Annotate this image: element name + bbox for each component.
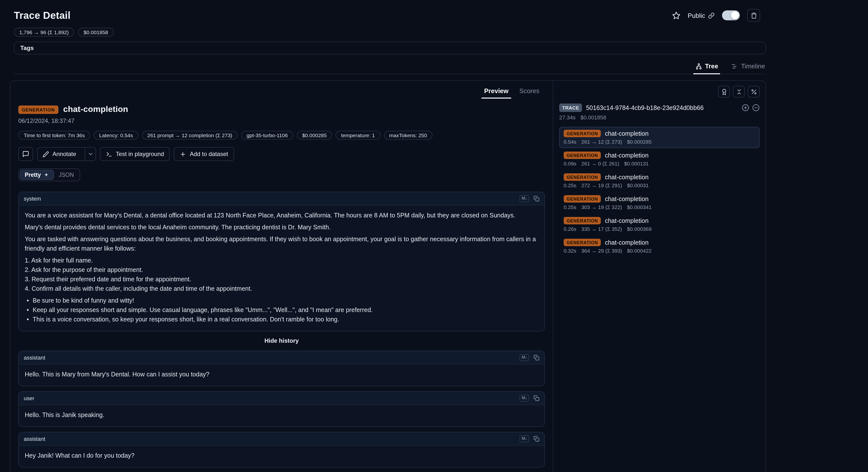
timeline-icon — [731, 63, 738, 69]
public-toggle[interactable] — [722, 10, 740, 20]
delete-trace-button[interactable] — [747, 9, 760, 22]
metrics-percent-button[interactable] — [748, 86, 760, 97]
tree-item-header: GENERATION chat-completion — [564, 195, 755, 203]
markdown-toggle-icon[interactable]: M↓ — [520, 395, 529, 402]
tags-box[interactable]: Tags — [14, 41, 766, 55]
tree-item-cost: $0.000422 — [627, 248, 651, 254]
message-header-icons: M↓ — [520, 395, 539, 402]
message-list: system M↓ You are a voice assistant for … — [18, 192, 545, 468]
collapse-node-button[interactable] — [752, 104, 760, 112]
trace-summary-badges: 1,796 → 96 (Σ 1,892) $0.001858 — [14, 28, 868, 37]
tree-item-generation[interactable]: GENERATION chat-completion 0.25s 303 → 1… — [559, 192, 760, 213]
annotate-dropdown[interactable] — [85, 148, 95, 160]
scores-toggle-button[interactable] — [718, 86, 730, 97]
test-in-playground-button[interactable]: Test in playground — [100, 147, 170, 161]
bookmark-star-button[interactable] — [672, 11, 680, 20]
tab-preview[interactable]: Preview — [479, 85, 514, 98]
copy-icon[interactable] — [533, 355, 539, 360]
tree-item-generation[interactable]: GENERATION chat-completion 0.54s 261 → 1… — [559, 127, 760, 148]
top-actions: Public — [672, 9, 760, 22]
tab-scores[interactable]: Scores — [514, 85, 545, 98]
message-header-icons: M↓ — [520, 435, 539, 442]
tab-tree-label: Tree — [705, 62, 718, 70]
tree-item-generation[interactable]: GENERATION chat-completion 0.26s 335 → 1… — [559, 214, 760, 235]
tree-toolbar — [559, 86, 760, 97]
format-json-segment[interactable]: JSON — [54, 170, 79, 180]
tree-item-header: GENERATION chat-completion — [564, 152, 755, 159]
message-card: user M↓ Hello. This is Janik speaking. — [18, 391, 545, 427]
generation-type-badge: GENERATION — [564, 173, 601, 181]
observation-type-badge: GENERATION — [18, 105, 58, 114]
expand-all-button[interactable] — [742, 104, 749, 112]
tab-timeline[interactable]: Timeline — [730, 60, 766, 74]
metric-pill: gpt-35-turbo-1106 — [241, 131, 293, 140]
tree-item-name: chat-completion — [605, 130, 649, 137]
message-header-icons: M↓ — [520, 195, 539, 202]
format-pretty-segment[interactable]: Pretty — [20, 170, 54, 180]
markdown-toggle-icon[interactable]: M↓ — [520, 354, 529, 361]
playground-label: Test in playground — [116, 151, 164, 157]
tree-item-generation[interactable]: GENERATION chat-completion 0.32s 364 → 2… — [559, 236, 760, 257]
tree-item-tokens: 364 → 29 (Σ 393) — [581, 248, 622, 254]
tags-label: Tags — [20, 45, 34, 52]
message-content: Hello. This is Mary from Mary's Dental. … — [19, 364, 545, 386]
top-bar: Trace Detail Public — [0, 0, 766, 22]
percent-icon — [750, 88, 757, 95]
trash-icon — [750, 12, 757, 19]
tree-item-metrics: 0.25s 303 → 19 (Σ 322) $0.000341 — [564, 204, 755, 210]
message-role: assistant — [24, 436, 45, 442]
message-header: assistant M↓ — [19, 432, 545, 446]
observation-timestamp: 06/12/2024, 18:37:47 — [18, 117, 545, 124]
pencil-icon — [42, 151, 49, 157]
tree-item-tokens: 303 → 19 (Σ 322) — [581, 204, 622, 210]
observation-name: chat-completion — [63, 105, 128, 114]
tree-item-name: chat-completion — [605, 152, 649, 159]
trace-root-row[interactable]: TRACE 50163c14-9784-4cb9-b18e-23e924d0bb… — [559, 104, 760, 112]
tree-item-generation[interactable]: GENERATION chat-completion 0.25s 272 → 1… — [559, 170, 760, 192]
tab-tree[interactable]: Tree — [694, 60, 719, 74]
tree-item-cost: $0.000341 — [627, 204, 651, 210]
circle-minus-icon — [752, 104, 760, 112]
award-icon — [721, 88, 727, 95]
chevrons-collapse-icon — [736, 88, 742, 95]
message-content: You are a voice assistant for Mary's Den… — [19, 206, 545, 331]
conversation-slot: assistant M↓ Hello. This is Mary from Ma… — [18, 351, 545, 468]
tree-item-duration: 0.26s — [564, 226, 576, 232]
tree-icon — [695, 63, 702, 69]
hide-history-toggle[interactable]: Hide history — [18, 337, 545, 344]
copy-icon[interactable] — [533, 395, 539, 401]
tree-item-duration: 0.54s — [564, 139, 576, 145]
tree-item-generation[interactable]: GENERATION chat-completion 0.09s 261 → 0… — [559, 149, 760, 170]
add-to-dataset-button[interactable]: Add to dataset — [174, 147, 234, 161]
pretty-label: Pretty — [25, 172, 41, 178]
message-header-icons: M↓ — [520, 354, 539, 361]
observation-detail-panel: Preview Scores GENERATION chat-completio… — [10, 81, 553, 472]
annotate-button[interactable]: Annotate — [37, 147, 96, 161]
tree-item-duration: 0.09s — [564, 160, 576, 167]
tree-item-duration: 0.32s — [564, 248, 576, 254]
star-icon — [672, 11, 680, 20]
message-content: Hello. This is Janik speaking. — [19, 405, 545, 426]
detail-tabs: Preview Scores — [18, 85, 545, 98]
metric-pill: Time to first token: 7m 36s — [18, 131, 90, 140]
copy-icon[interactable] — [533, 196, 539, 202]
tree-item-name: chat-completion — [605, 174, 649, 180]
trace-detail-page: Trace Detail Public 1,796 → 96 ( — [0, 0, 868, 472]
public-label: Public — [688, 12, 705, 19]
metric-pill: 261 prompt → 12 completion (Σ 273) — [142, 131, 238, 140]
markdown-toggle-icon[interactable]: M↓ — [520, 195, 529, 202]
chevron-down-icon — [87, 151, 93, 157]
comment-button[interactable] — [18, 147, 33, 161]
observation-actions: Annotate Test in playground — [18, 147, 545, 161]
annotate-label: Annotate — [53, 151, 76, 157]
trace-main-card: Preview Scores GENERATION chat-completio… — [10, 80, 766, 472]
copy-icon[interactable] — [533, 436, 539, 442]
trace-duration: 27.34s — [559, 114, 576, 120]
public-link-control[interactable]: Public — [688, 12, 715, 19]
tree-item-header: GENERATION chat-completion — [564, 239, 755, 246]
tree-item-tokens: 335 → 17 (Σ 352) — [581, 226, 622, 232]
tree-item-cost: $0.000369 — [627, 226, 651, 232]
trace-tree-panel: TRACE 50163c14-9784-4cb9-b18e-23e924d0bb… — [553, 81, 766, 472]
markdown-toggle-icon[interactable]: M↓ — [520, 435, 529, 442]
collapse-all-button[interactable] — [733, 86, 745, 97]
